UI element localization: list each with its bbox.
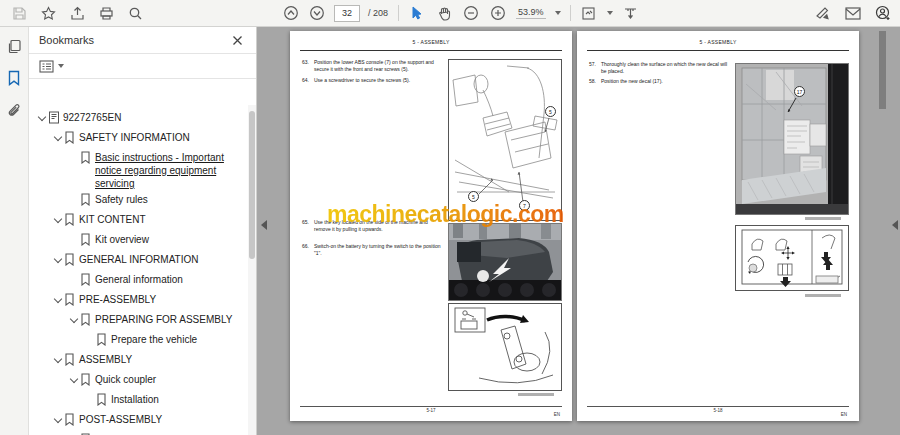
step-text: Use a screwdriver to secure the screws (… <box>314 77 410 84</box>
collapse-panel-arrow[interactable] <box>261 220 267 230</box>
sign-pen-icon[interactable] <box>814 4 832 22</box>
chevron-down-icon[interactable] <box>51 292 64 302</box>
bookmark-item-general-information-sub[interactable]: General information <box>29 270 247 290</box>
step-number: 58. <box>589 78 598 85</box>
email-icon[interactable] <box>844 4 862 22</box>
close-icon[interactable] <box>228 31 246 49</box>
bookmark-item-safety-rules[interactable]: Safety rules <box>29 190 247 210</box>
options-dropdown-caret[interactable] <box>58 64 64 68</box>
search-icon[interactable] <box>126 4 144 22</box>
bookmarks-tree: 92272765EN SAFETY INFORMATION Basic inst… <box>29 103 247 435</box>
bookmarks-options-bar <box>29 54 256 79</box>
toolbar-nav-group: / 208 <box>282 0 388 26</box>
chevron-down-icon[interactable] <box>67 312 80 322</box>
step-text: Position the lower ABS console (7) on th… <box>314 59 444 72</box>
chevron-down-icon[interactable] <box>35 110 48 120</box>
document-scrollbar-thumb[interactable] <box>879 31 886 109</box>
step-text: Position the new decal (17). <box>601 78 663 85</box>
figure-caption-bar <box>805 294 841 297</box>
fit-dropdown-caret[interactable] <box>607 11 613 15</box>
document-icon <box>48 110 63 124</box>
bookmark-item-general-information[interactable]: GENERAL INFORMATION <box>29 250 247 270</box>
bookmark-icon <box>80 150 95 164</box>
zoom-in-icon[interactable] <box>489 4 507 22</box>
bookmark-icon <box>64 212 79 226</box>
panel-scrollbar[interactable] <box>248 105 256 435</box>
bookmark-item-assembly[interactable]: ASSEMBLY <box>29 350 247 370</box>
scrolling-mode-icon[interactable] <box>622 4 640 22</box>
bookmark-icon <box>96 392 111 406</box>
bookmark-item-preparing-for-assembly[interactable]: PREPARING FOR ASSEMBLY <box>29 310 247 330</box>
chevron-down-icon[interactable] <box>51 212 64 222</box>
bookmark-item-kit-overview[interactable]: Kit overview <box>29 230 247 250</box>
save-icon[interactable] <box>10 4 28 22</box>
callout-17: 17 <box>794 86 805 97</box>
page-header: 5 - ASSEMBLY <box>577 39 859 45</box>
chevron-down-icon[interactable] <box>51 252 64 262</box>
bookmarks-panel: Bookmarks 92272765EN <box>29 27 257 435</box>
toolbar-view-group: 53.9% <box>398 0 640 26</box>
print-icon[interactable] <box>97 4 115 22</box>
previous-page-icon[interactable] <box>282 4 300 22</box>
chevron-down-icon[interactable] <box>51 130 64 140</box>
page-number-input[interactable] <box>334 5 360 22</box>
document-scrollbar[interactable] <box>879 29 886 129</box>
chevron-down-icon[interactable] <box>67 372 80 382</box>
bookmark-label: Safety rules <box>95 192 148 206</box>
bookmark-label: PRE-ASSEMBLY <box>79 292 156 306</box>
step-57: 57. Thoroughly clean the surface on whic… <box>589 61 731 74</box>
bookmark-label: KIT CONTENT <box>79 212 145 226</box>
star-icon[interactable] <box>39 4 57 22</box>
bookmark-item-instructions[interactable]: INSTRUCTIONS <box>29 430 247 435</box>
figure-caption-bar <box>805 217 841 220</box>
figure-seat-console: 5 7 5 <box>448 59 562 221</box>
figure-caption-bar <box>518 393 554 396</box>
step-66: 66. Switch-on the battery by turning the… <box>302 243 444 256</box>
chevron-down-icon[interactable] <box>51 352 64 362</box>
footer-rule <box>300 406 562 407</box>
bookmark-item-quick-coupler[interactable]: Quick coupler <box>29 370 247 390</box>
bookmark-item-post-assembly[interactable]: POST-ASSEMBLY <box>29 410 247 430</box>
bookmark-item-pre-assembly[interactable]: PRE-ASSEMBLY <box>29 290 247 310</box>
share-upload-icon[interactable] <box>68 4 86 22</box>
bookmark-item-prepare-the-vehicle[interactable]: Prepare the vehicle <box>29 330 247 350</box>
panel-scrollbar-thumb[interactable] <box>249 111 255 259</box>
page-total-label: / 208 <box>368 8 388 18</box>
bookmark-item-kit-content[interactable]: KIT CONTENT <box>29 210 247 230</box>
page-footer-language: EN <box>554 412 560 417</box>
next-page-icon[interactable] <box>308 4 326 22</box>
fit-page-icon[interactable] <box>580 4 598 22</box>
photo-machine-exterior <box>448 223 562 301</box>
header-rule <box>300 50 562 51</box>
attachments-icon[interactable] <box>5 101 23 119</box>
page-thumbnails-icon[interactable] <box>5 37 23 55</box>
bookmark-icon <box>64 412 79 426</box>
bookmark-item-92272765EN[interactable]: 92272765EN <box>29 108 247 128</box>
bookmark-label: Kit overview <box>95 232 149 246</box>
select-cursor-icon[interactable] <box>408 4 426 22</box>
chevron-down-icon[interactable] <box>51 412 64 422</box>
bookmark-item-basic-instructions[interactable]: Basic instructions - Important notice re… <box>29 148 247 190</box>
right-panel-arrow[interactable] <box>892 220 898 230</box>
bookmark-item-installation[interactable]: Installation <box>29 390 247 410</box>
bookmark-label: Basic instructions - Important notice re… <box>95 150 247 190</box>
bookmark-label: 92272765EN <box>63 110 121 124</box>
bookmarks-panel-header: Bookmarks <box>29 27 256 54</box>
bookmark-icon <box>80 192 95 206</box>
zoom-out-icon[interactable] <box>462 4 480 22</box>
account-icon[interactable] <box>874 4 892 22</box>
bookmarks-panel-icon[interactable] <box>5 69 23 87</box>
top-toolbar: / 208 53.9% <box>0 0 900 27</box>
bookmark-options-icon[interactable] <box>37 57 55 75</box>
bookmarks-panel-title: Bookmarks <box>39 34 94 46</box>
zoom-level-value[interactable]: 53.9% <box>516 7 546 19</box>
bookmark-icon <box>80 372 95 386</box>
hand-tool-icon[interactable] <box>435 4 453 22</box>
figure-decal-drawing <box>735 225 849 291</box>
callout-5b: 5 <box>545 106 556 117</box>
bookmark-item-safety-information[interactable]: SAFETY INFORMATION <box>29 128 247 148</box>
page-footer-number: 5-18 <box>577 408 859 413</box>
footer-rule <box>587 406 849 407</box>
zoom-dropdown-caret[interactable] <box>555 11 561 15</box>
watermark: machinecatalogic.com <box>327 201 587 228</box>
